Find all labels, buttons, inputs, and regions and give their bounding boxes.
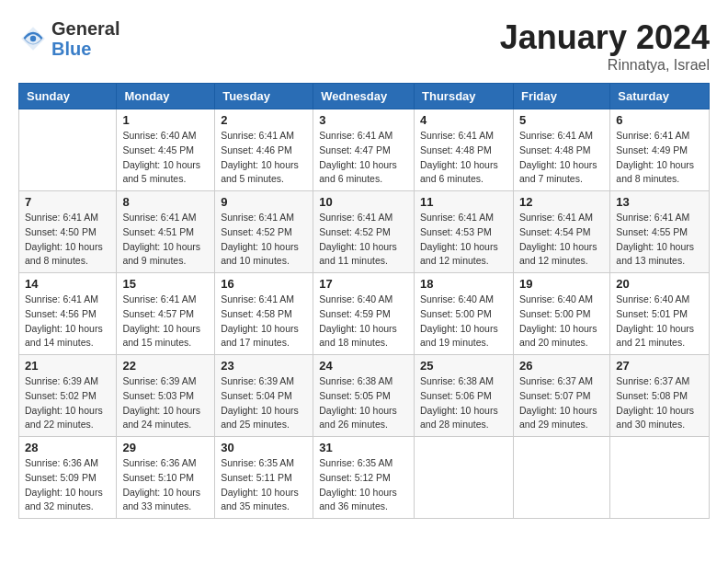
day-info: Sunrise: 6:38 AMSunset: 5:05 PMDaylight:… [319,374,408,432]
day-number: 30 [221,441,307,454]
calendar-cell: 16Sunrise: 6:41 AMSunset: 4:58 PMDayligh… [215,273,313,355]
title-block: January 2024 Rinnatya, Israel [500,18,710,74]
calendar-cell: 10Sunrise: 6:41 AMSunset: 4:52 PMDayligh… [313,191,415,273]
logo-text: General Blue [51,18,119,59]
day-info: Sunrise: 6:41 AMSunset: 4:46 PMDaylight:… [221,129,307,187]
day-info: Sunrise: 6:38 AMSunset: 5:06 PMDaylight:… [420,374,507,432]
day-number: 26 [519,359,604,373]
day-info: Sunrise: 6:41 AMSunset: 4:55 PMDaylight:… [616,211,703,269]
week-row-2: 7Sunrise: 6:41 AMSunset: 4:50 PMDaylight… [19,191,710,273]
day-number: 8 [122,195,209,209]
weekday-header-thursday: Thursday [415,84,514,109]
day-number: 1 [122,113,209,127]
day-info: Sunrise: 6:41 AMSunset: 4:58 PMDaylight:… [221,293,307,350]
calendar-cell: 5Sunrise: 6:41 AMSunset: 4:48 PMDaylight… [513,109,609,191]
day-number: 24 [319,359,408,373]
calendar-cell: 14Sunrise: 6:41 AMSunset: 4:56 PMDayligh… [19,273,117,355]
day-number: 27 [616,359,703,373]
day-number: 13 [616,195,703,209]
day-info: Sunrise: 6:41 AMSunset: 4:53 PMDaylight:… [420,211,507,269]
day-info: Sunrise: 6:41 AMSunset: 4:56 PMDaylight:… [25,293,110,350]
calendar-cell: 15Sunrise: 6:41 AMSunset: 4:57 PMDayligh… [117,273,215,355]
calendar-cell: 4Sunrise: 6:41 AMSunset: 4:48 PMDaylight… [415,109,514,191]
day-info: Sunrise: 6:36 AMSunset: 5:09 PMDaylight:… [25,456,110,514]
day-number: 28 [25,441,110,454]
day-number: 5 [519,113,604,127]
calendar-cell: 27Sunrise: 6:37 AMSunset: 5:08 PMDayligh… [610,355,710,437]
day-info: Sunrise: 6:41 AMSunset: 4:49 PMDaylight:… [616,129,703,187]
day-number: 17 [319,277,408,291]
day-number: 14 [25,277,110,291]
day-info: Sunrise: 6:35 AMSunset: 5:12 PMDaylight:… [319,456,408,514]
calendar-cell: 17Sunrise: 6:40 AMSunset: 4:59 PMDayligh… [313,273,415,355]
calendar-cell: 24Sunrise: 6:38 AMSunset: 5:05 PMDayligh… [313,355,415,437]
calendar-cell: 20Sunrise: 6:40 AMSunset: 5:01 PMDayligh… [610,273,710,355]
day-info: Sunrise: 6:41 AMSunset: 4:52 PMDaylight:… [319,211,408,269]
day-info: Sunrise: 6:40 AMSunset: 5:00 PMDaylight:… [519,293,604,350]
calendar-table: SundayMondayTuesdayWednesdayThursdayFrid… [18,83,710,519]
calendar-cell: 12Sunrise: 6:41 AMSunset: 4:54 PMDayligh… [513,191,609,273]
day-info: Sunrise: 6:37 AMSunset: 5:08 PMDaylight:… [616,374,703,432]
calendar-cell: 13Sunrise: 6:41 AMSunset: 4:55 PMDayligh… [610,191,710,273]
calendar-cell: 29Sunrise: 6:36 AMSunset: 5:10 PMDayligh… [117,437,215,519]
day-info: Sunrise: 6:41 AMSunset: 4:51 PMDaylight:… [122,211,209,269]
day-info: Sunrise: 6:40 AMSunset: 4:45 PMDaylight:… [122,129,209,187]
day-info: Sunrise: 6:41 AMSunset: 4:47 PMDaylight:… [319,129,408,187]
logo-blue-text: Blue [51,39,119,59]
calendar-cell: 6Sunrise: 6:41 AMSunset: 4:49 PMDaylight… [610,109,710,191]
calendar-cell: 26Sunrise: 6:37 AMSunset: 5:07 PMDayligh… [513,355,609,437]
day-info: Sunrise: 6:41 AMSunset: 4:57 PMDaylight:… [122,293,209,350]
weekday-header-tuesday: Tuesday [215,84,313,109]
calendar-cell: 21Sunrise: 6:39 AMSunset: 5:02 PMDayligh… [19,355,117,437]
weekday-header-row: SundayMondayTuesdayWednesdayThursdayFrid… [19,84,710,109]
calendar-cell [513,437,609,519]
calendar-cell: 18Sunrise: 6:40 AMSunset: 5:00 PMDayligh… [415,273,514,355]
day-info: Sunrise: 6:41 AMSunset: 4:52 PMDaylight:… [221,211,307,269]
calendar-cell: 31Sunrise: 6:35 AMSunset: 5:12 PMDayligh… [313,437,415,519]
calendar-cell: 28Sunrise: 6:36 AMSunset: 5:09 PMDayligh… [19,437,117,519]
day-info: Sunrise: 6:40 AMSunset: 5:01 PMDaylight:… [616,293,703,350]
day-number: 15 [122,277,209,291]
day-number: 19 [519,277,604,291]
day-info: Sunrise: 6:39 AMSunset: 5:04 PMDaylight:… [221,374,307,432]
day-number: 9 [221,195,307,209]
calendar-cell: 9Sunrise: 6:41 AMSunset: 4:52 PMDaylight… [215,191,313,273]
month-title: January 2024 [500,18,710,57]
week-row-1: 1Sunrise: 6:40 AMSunset: 4:45 PMDaylight… [19,109,710,191]
calendar-cell: 22Sunrise: 6:39 AMSunset: 5:03 PMDayligh… [117,355,215,437]
calendar-cell: 7Sunrise: 6:41 AMSunset: 4:50 PMDaylight… [19,191,117,273]
day-info: Sunrise: 6:40 AMSunset: 4:59 PMDaylight:… [319,293,408,350]
day-number: 29 [122,441,209,454]
day-info: Sunrise: 6:39 AMSunset: 5:03 PMDaylight:… [122,374,209,432]
page-header: General Blue January 2024 Rinnatya, Isra… [18,18,710,74]
day-number: 4 [420,113,507,127]
calendar-cell: 11Sunrise: 6:41 AMSunset: 4:53 PMDayligh… [415,191,514,273]
svg-point-1 [30,36,36,41]
weekday-header-friday: Friday [513,84,609,109]
day-info: Sunrise: 6:41 AMSunset: 4:48 PMDaylight:… [420,129,507,187]
day-number: 23 [221,359,307,373]
location: Rinnatya, Israel [500,57,710,74]
logo: General Blue [18,18,119,59]
day-info: Sunrise: 6:36 AMSunset: 5:10 PMDaylight:… [122,456,209,514]
weekday-header-saturday: Saturday [610,84,710,109]
week-row-4: 21Sunrise: 6:39 AMSunset: 5:02 PMDayligh… [19,355,710,437]
day-number: 25 [420,359,507,373]
logo-general-text: General [51,18,119,39]
weekday-header-wednesday: Wednesday [313,84,415,109]
day-number: 20 [616,277,703,291]
day-info: Sunrise: 6:40 AMSunset: 5:00 PMDaylight:… [420,293,507,350]
day-number: 21 [25,359,110,373]
logo-icon [18,24,48,53]
day-number: 6 [616,113,703,127]
day-number: 12 [519,195,604,209]
day-number: 10 [319,195,408,209]
day-number: 7 [25,195,110,209]
day-number: 18 [420,277,507,291]
calendar-cell: 25Sunrise: 6:38 AMSunset: 5:06 PMDayligh… [415,355,514,437]
calendar-cell: 1Sunrise: 6:40 AMSunset: 4:45 PMDaylight… [117,109,215,191]
calendar-cell [19,109,117,191]
day-info: Sunrise: 6:39 AMSunset: 5:02 PMDaylight:… [25,374,110,432]
calendar-cell: 2Sunrise: 6:41 AMSunset: 4:46 PMDaylight… [215,109,313,191]
calendar-cell: 19Sunrise: 6:40 AMSunset: 5:00 PMDayligh… [513,273,609,355]
